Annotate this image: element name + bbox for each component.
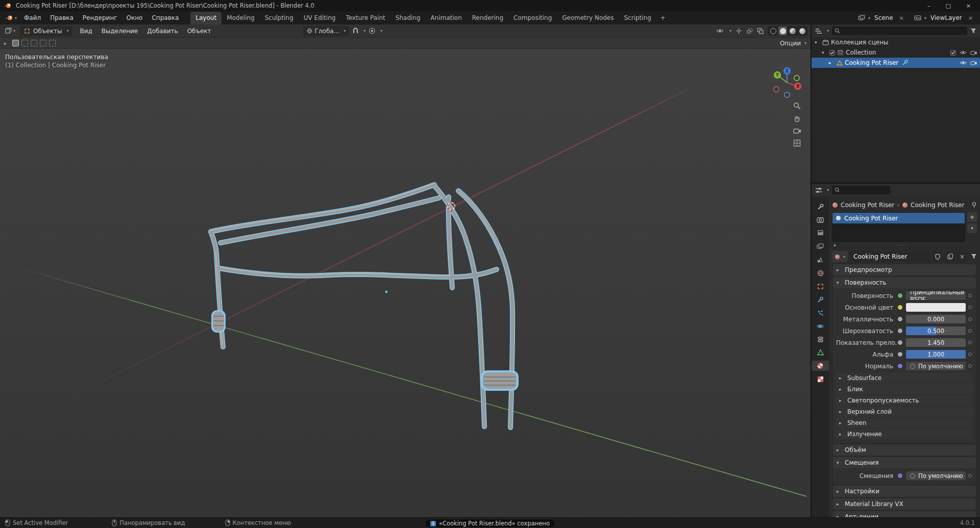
gizmo-minus-y-axis[interactable]	[794, 76, 799, 81]
workspace-tab-sculpting[interactable]: Sculpting	[260, 12, 299, 24]
overlays-toggle-icon[interactable]	[746, 28, 753, 34]
displacement-menu[interactable]: По умолчанию	[906, 471, 966, 480]
filter-funnel-icon[interactable]	[970, 28, 976, 34]
panel-coat-header[interactable]: ▸Верхний слой	[836, 407, 973, 417]
copy-material-button[interactable]	[945, 252, 955, 262]
workspace-tab-shading[interactable]: Shading	[390, 12, 426, 24]
material-name-field[interactable]: Cooking Pot Riser	[850, 252, 930, 262]
snap-options-dropdown[interactable]: ▾	[363, 29, 365, 33]
panel-sheen-header[interactable]: ▸Sheen	[836, 418, 973, 428]
workspace-tab-compositing[interactable]: Compositing	[508, 12, 557, 24]
minimize-button[interactable]: –	[927, 3, 930, 9]
workspace-tab-texture-paint[interactable]: Texture Paint	[340, 12, 390, 24]
props-tab-view-layer[interactable]	[813, 241, 827, 252]
base-color-swatch[interactable]	[906, 303, 966, 312]
workspace-tab-geometry-nodes[interactable]: Geometry Nodes	[557, 12, 619, 24]
chevron-down-icon[interactable]: ▾	[827, 188, 829, 192]
shading-material-button[interactable]	[788, 27, 797, 35]
panel-displacement-header[interactable]: ▾ Смещения	[833, 457, 976, 468]
decorator-dot-icon[interactable]	[966, 317, 974, 321]
decorator-dot-icon[interactable]	[966, 353, 974, 356]
menu-render[interactable]: Рендеринг	[78, 13, 122, 23]
props-tab-scene[interactable]	[813, 255, 827, 265]
falloff-dropdown[interactable]: ▾	[380, 29, 382, 33]
workspace-tab-rendering[interactable]: Rendering	[467, 12, 508, 24]
add-workspace-button[interactable]: +	[656, 12, 670, 24]
props-tab-modifiers[interactable]	[813, 294, 827, 305]
shading-solid-button[interactable]	[778, 27, 787, 35]
render-camera-icon[interactable]	[970, 50, 977, 55]
material-slot-row[interactable]: Cooking Pot Riser	[832, 213, 965, 223]
panel-emission-header[interactable]: ▸Излучение	[836, 429, 973, 439]
menu-add[interactable]: Добавить	[143, 26, 182, 36]
workspace-tab-animation[interactable]: Animation	[426, 12, 467, 24]
slot-expand-icon[interactable]: ▸	[834, 243, 840, 247]
proportional-editing-icon[interactable]	[369, 28, 376, 34]
view-layer-name-field[interactable]: ViewLayer	[928, 13, 965, 22]
disclosure-triangle-icon[interactable]: ▸	[829, 60, 835, 65]
props-tab-constraints[interactable]	[813, 334, 827, 344]
zoom-tool-icon[interactable]	[793, 102, 801, 110]
navigation-gizmo[interactable]: Z Y X	[771, 64, 803, 99]
toolbar-toggle-icon[interactable]: ▸	[4, 41, 10, 46]
workspace-tab-uv-editing[interactable]: UV Editing	[299, 12, 341, 24]
add-material-slot-button[interactable]: +	[967, 212, 977, 222]
maximize-button[interactable]: □	[945, 3, 950, 9]
close-button[interactable]: ×	[966, 3, 971, 9]
blender-menu-button[interactable]: ▾	[3, 15, 19, 21]
material-slot-list[interactable]: Cooking Pot Riser	[832, 212, 965, 242]
props-tab-physics[interactable]	[813, 321, 827, 331]
editor-type-3dview-button[interactable]: ▾	[3, 28, 17, 34]
visibility-eye-icon[interactable]	[716, 28, 724, 34]
props-tab-world[interactable]	[813, 268, 827, 278]
surface-shader-menu[interactable]: Принципиальный BSDF	[906, 291, 966, 300]
select-mode-intersect-button[interactable]	[49, 40, 56, 46]
unlink-material-button[interactable]: ×	[957, 252, 967, 262]
outliner-editor-icon[interactable]	[815, 28, 822, 34]
browse-material-button[interactable]: ▾	[832, 251, 848, 262]
render-camera-icon[interactable]	[970, 60, 977, 65]
menu-select[interactable]: Выделение	[97, 26, 142, 36]
breadcrumb-material[interactable]: Cooking Pot Riser	[911, 202, 964, 209]
view-layer-remove-button[interactable]: ×	[966, 15, 975, 21]
disclosure-triangle-icon[interactable]: ▾	[822, 50, 827, 55]
panel-art-lines-header[interactable]: ▸ Арт-линии	[833, 511, 976, 517]
roughness-slider[interactable]: 0.500	[906, 326, 966, 335]
ortho-toggle-icon[interactable]	[793, 139, 801, 147]
workspace-tab-layout[interactable]: Layout	[190, 12, 222, 24]
props-tab-output[interactable]	[813, 228, 827, 238]
normal-menu[interactable]: По умолчанию	[906, 362, 966, 370]
ior-field[interactable]: 1.450	[906, 338, 966, 347]
workspace-tab-scripting[interactable]: Scripting	[619, 12, 656, 24]
outliner-row-collection[interactable]: ▾ Collection	[812, 47, 980, 58]
tool-options-dropdown[interactable]: Опции ▾	[780, 40, 806, 47]
panel-specular-header[interactable]: ▸Блик	[836, 384, 973, 394]
material-filter-funnel-icon[interactable]	[971, 254, 977, 260]
slot-grip-icon[interactable]: ····	[897, 243, 907, 248]
decorator-dot-icon[interactable]	[966, 341, 974, 344]
outliner-search-field[interactable]	[842, 28, 965, 35]
pan-tool-icon[interactable]	[793, 115, 801, 122]
panel-volume-header[interactable]: ▸ Объём	[833, 444, 976, 456]
shading-rendered-button[interactable]	[798, 27, 806, 35]
props-tab-texture[interactable]	[813, 374, 827, 384]
menu-file[interactable]: Файл	[19, 13, 45, 23]
xray-toggle-icon[interactable]	[757, 28, 764, 34]
props-tab-object[interactable]	[813, 281, 827, 291]
panel-transmission-header[interactable]: ▸Светопропускаемость	[836, 395, 973, 406]
outliner-search-input[interactable]	[832, 27, 967, 35]
props-tab-particles[interactable]	[813, 308, 827, 318]
scene-name-field[interactable]: Scene	[872, 13, 896, 22]
transform-orientation-dropdown[interactable]: Глоба... ▾	[303, 26, 350, 36]
select-mode-invert-button[interactable]	[40, 40, 46, 46]
disclosure-triangle-icon[interactable]: ▾	[815, 40, 820, 45]
shading-wireframe-button[interactable]	[769, 27, 777, 35]
gizmo-minus-z-axis[interactable]	[785, 92, 790, 97]
outliner-row-scene-collection[interactable]: ▾ Коллекция сцены	[812, 37, 980, 47]
props-tab-render[interactable]	[813, 215, 827, 225]
menu-view[interactable]: Вид	[76, 26, 96, 36]
props-tab-tool[interactable]	[813, 202, 827, 212]
scene-unlink-button[interactable]: ×	[897, 15, 906, 21]
outliner-row-cooking-pot-riser[interactable]: ▸ Cooking Pot Riser	[812, 58, 980, 68]
chevron-down-icon[interactable]: ▾	[729, 29, 731, 33]
